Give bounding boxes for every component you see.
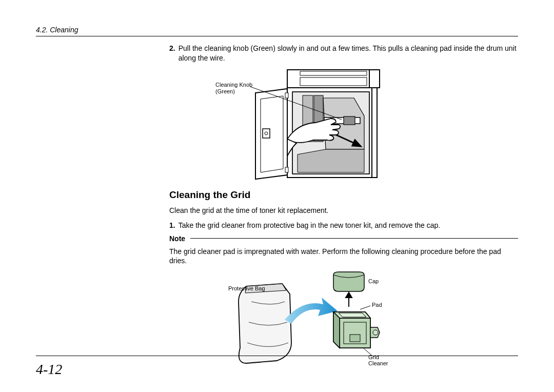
page-number: 4-12 <box>36 361 62 378</box>
figure-grid-cleaner: Protective Bag Cap Pad Grid Cleaner <box>169 271 400 368</box>
step-1-number: 1. <box>169 221 175 230</box>
footer-rule <box>36 356 518 356</box>
figure-2-pad-label: Pad <box>372 302 382 308</box>
figure-2-cap-label: Cap <box>368 278 379 284</box>
note-label: Note <box>169 234 185 243</box>
svg-marker-22 <box>346 292 352 298</box>
intro-text: Clean the grid at the time of toner kit … <box>169 206 518 215</box>
figure-1-svg <box>169 67 385 180</box>
step-2-number: 2. <box>169 44 175 63</box>
figure-1-knob-label-line2: (Green) <box>215 88 235 94</box>
svg-rect-17 <box>285 167 288 172</box>
svg-point-24 <box>373 330 378 335</box>
header-rule <box>36 36 518 36</box>
svg-rect-3 <box>300 77 367 86</box>
svg-line-23 <box>360 306 370 309</box>
svg-rect-16 <box>285 93 288 98</box>
svg-rect-1 <box>369 70 380 88</box>
figure-cleaning-knob: Cleaning Knob (Green) <box>169 67 385 180</box>
note-text: The grid cleaner pad is impregnated with… <box>169 247 518 266</box>
figure-2-protective-bag-label: Protective Bag <box>228 285 265 291</box>
svg-rect-2 <box>300 71 367 75</box>
figure-1-knob-label-line1: Cleaning Knob <box>215 82 252 88</box>
heading-cleaning-grid: Cleaning the Grid <box>169 189 518 201</box>
figure-1-knob-label: Cleaning Knob (Green) <box>215 82 252 95</box>
svg-rect-10 <box>344 116 355 125</box>
svg-point-19 <box>265 132 268 135</box>
step-1-text: Take the grid cleaner from protective ba… <box>179 221 441 230</box>
note-line <box>190 238 518 239</box>
step-2: 2. Pull the cleaning knob (Green) slowly… <box>169 44 518 63</box>
svg-rect-26 <box>350 335 360 342</box>
note-row: Note <box>169 234 518 243</box>
section-header: 4.2. Cleaning <box>36 26 518 34</box>
figure-2-svg <box>169 271 400 368</box>
step-1: 1. Take the grid cleaner from protective… <box>169 221 518 230</box>
step-2-text: Pull the cleaning knob (Green) slowly in… <box>179 44 518 63</box>
